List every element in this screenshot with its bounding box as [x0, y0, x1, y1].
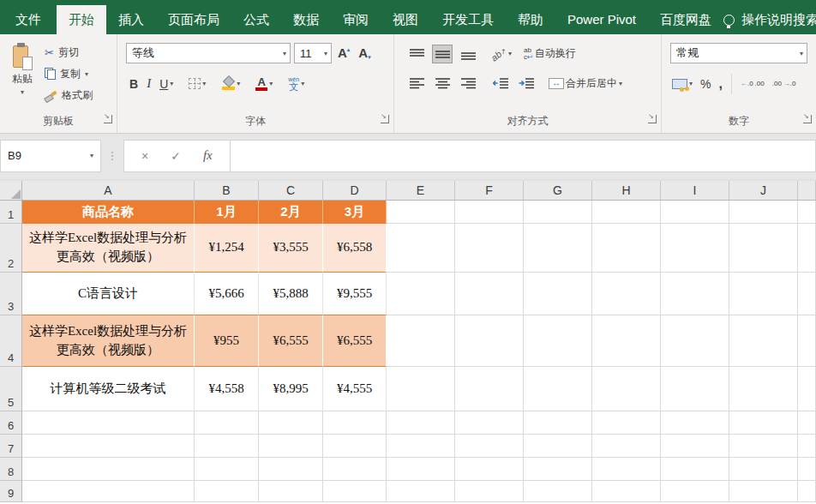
- cell-I3[interactable]: [661, 273, 729, 315]
- cell-B4[interactable]: ¥955: [195, 315, 259, 367]
- cell-D2[interactable]: ¥6,558: [323, 224, 387, 273]
- cell-D4[interactable]: ¥6,555: [323, 315, 387, 367]
- cell-C7[interactable]: [259, 435, 323, 458]
- align-top-button[interactable]: [406, 45, 427, 63]
- cell-B1[interactable]: 1月: [195, 201, 259, 224]
- cell-A2[interactable]: 这样学Excel数据处理与分析更高效（视频版）: [22, 224, 195, 273]
- tab-view[interactable]: 视图: [381, 5, 430, 34]
- cell-H4[interactable]: [592, 315, 661, 367]
- cell-B8[interactable]: [195, 458, 259, 481]
- cell-B6[interactable]: [195, 411, 259, 435]
- cell-B5[interactable]: ¥4,558: [195, 367, 259, 411]
- cell-B3[interactable]: ¥5,666: [195, 273, 259, 315]
- cell-E5[interactable]: [387, 367, 455, 411]
- cell-D3[interactable]: ¥9,555: [323, 273, 387, 315]
- cell-H5[interactable]: [592, 367, 661, 411]
- accounting-format-button[interactable]: ▾: [672, 79, 693, 89]
- align-center-button[interactable]: [432, 74, 453, 93]
- tab-home[interactable]: 开始: [57, 5, 106, 34]
- row-header-4[interactable]: 4: [0, 315, 22, 367]
- cell-F5[interactable]: [455, 367, 524, 411]
- cell-H3[interactable]: [592, 273, 661, 315]
- number-format-select[interactable]: 常规 ▾: [670, 43, 807, 63]
- cell-G9[interactable]: [524, 481, 592, 502]
- font-dialog-launcher-icon[interactable]: [381, 115, 389, 123]
- cell-J3[interactable]: [729, 273, 798, 315]
- tell-me-search[interactable]: 操作说明搜索: [723, 5, 816, 34]
- column-header-F[interactable]: F: [455, 181, 524, 201]
- cell-C4[interactable]: ¥6,555: [259, 315, 323, 367]
- paste-button[interactable]: 粘贴 ▾: [0, 39, 45, 114]
- fill-color-button[interactable]: ▾: [221, 77, 240, 90]
- clipboard-dialog-launcher-icon[interactable]: [104, 115, 112, 123]
- cell-C6[interactable]: [259, 411, 323, 435]
- cell-J1[interactable]: [729, 201, 798, 224]
- cell-I1[interactable]: [661, 201, 729, 224]
- cell-A4[interactable]: 这样学Excel数据处理与分析更高效（视频版）: [22, 315, 195, 367]
- cell-C1[interactable]: 2月: [259, 201, 323, 224]
- formula-input[interactable]: [231, 140, 816, 172]
- cell-G3[interactable]: [524, 273, 592, 315]
- borders-button[interactable]: ▾: [189, 78, 206, 89]
- cell-C3[interactable]: ¥5,888: [259, 273, 323, 315]
- cell-G4[interactable]: [524, 315, 592, 367]
- cell-F3[interactable]: [455, 273, 524, 315]
- cell-I7[interactable]: [661, 435, 729, 458]
- tab-developer[interactable]: 开发工具: [430, 5, 506, 34]
- column-header-H[interactable]: H: [592, 181, 661, 201]
- copy-button[interactable]: 复制 ▾: [45, 64, 93, 83]
- decrease-font-button[interactable]: A▾: [356, 45, 373, 62]
- cell-E6[interactable]: [387, 411, 455, 435]
- cell-D9[interactable]: [323, 481, 387, 502]
- column-header-A[interactable]: A: [22, 181, 195, 201]
- cell-J7[interactable]: [729, 435, 798, 458]
- cell-E1[interactable]: [387, 201, 455, 224]
- cell-D1[interactable]: 3月: [323, 201, 387, 224]
- tab-page-layout[interactable]: 页面布局: [156, 5, 231, 34]
- select-all-button[interactable]: [0, 181, 22, 201]
- alignment-dialog-launcher-icon[interactable]: [648, 115, 657, 123]
- tab-data[interactable]: 数据: [281, 5, 331, 34]
- cell-G1[interactable]: [524, 201, 592, 224]
- tab-insert[interactable]: 插入: [106, 5, 156, 34]
- cell-J6[interactable]: [729, 411, 798, 435]
- cancel-button[interactable]: ×: [141, 149, 148, 163]
- cell-K7[interactable]: [798, 435, 816, 458]
- italic-button[interactable]: I: [147, 76, 151, 91]
- cell-G7[interactable]: [524, 435, 592, 458]
- cell-I6[interactable]: [661, 411, 729, 435]
- column-header-C[interactable]: C: [259, 181, 323, 201]
- underline-button[interactable]: U▾: [159, 77, 173, 91]
- format-painter-button[interactable]: 格式刷: [45, 86, 93, 105]
- cell-H8[interactable]: [592, 458, 661, 481]
- row-header-8[interactable]: 8: [0, 458, 22, 481]
- cell-C5[interactable]: ¥8,995: [259, 367, 323, 411]
- cell-K5[interactable]: [798, 367, 816, 411]
- cell-E9[interactable]: [387, 481, 455, 502]
- insert-function-button[interactable]: fx: [203, 148, 213, 163]
- tab-file[interactable]: 文件: [0, 5, 57, 34]
- cell-J9[interactable]: [729, 481, 798, 502]
- cell-H6[interactable]: [592, 411, 661, 435]
- cell-C8[interactable]: [259, 458, 323, 481]
- cell-K9[interactable]: [798, 481, 816, 502]
- align-left-button[interactable]: [406, 74, 427, 93]
- cell-C2[interactable]: ¥3,555: [259, 224, 323, 273]
- tab-power-pivot[interactable]: Power Pivot: [555, 5, 648, 34]
- row-header-1[interactable]: 1: [0, 201, 22, 224]
- merge-center-button[interactable]: 合并后居中 ▾: [549, 76, 622, 91]
- cell-K1[interactable]: [798, 201, 816, 224]
- cell-A3[interactable]: C语言设计: [22, 273, 195, 315]
- cell-F7[interactable]: [455, 435, 524, 458]
- cell-H9[interactable]: [592, 481, 661, 502]
- row-header-3[interactable]: 3: [0, 273, 22, 315]
- cell-I9[interactable]: [661, 481, 729, 502]
- bold-button[interactable]: B: [129, 77, 138, 91]
- cell-C9[interactable]: [259, 481, 323, 502]
- tab-help[interactable]: 帮助: [506, 5, 555, 34]
- cell-D7[interactable]: [323, 435, 387, 458]
- cell-K2[interactable]: [798, 224, 816, 273]
- row-header-5[interactable]: 5: [0, 367, 22, 411]
- comma-style-button[interactable]: ,: [718, 76, 722, 92]
- cell-B2[interactable]: ¥1,254: [195, 224, 259, 273]
